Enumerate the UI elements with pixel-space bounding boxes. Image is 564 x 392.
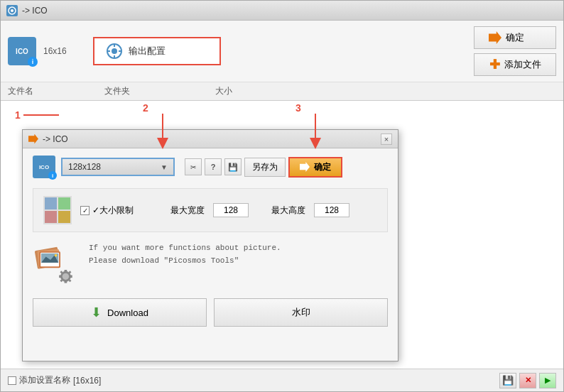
bottom-buttons: 💾 ✕ ▶ [499, 373, 556, 388]
svg-rect-23 [65, 270, 67, 273]
confirm-main-button[interactable]: 确定 [474, 26, 556, 49]
download-button[interactable]: ⬇ Download [33, 298, 207, 327]
preview-image [43, 196, 72, 224]
column-headers: 文件名 文件夹 大小 [1, 82, 563, 101]
modal-info-badge: i [48, 171, 57, 180]
modal-confirm-button[interactable]: 确定 [288, 157, 342, 178]
size-constraint-checkbox[interactable]: ✓ [80, 206, 90, 215]
bottom-checkbox[interactable] [8, 376, 16, 385]
svg-rect-12 [45, 211, 57, 223]
help-button[interactable]: ? [205, 158, 222, 175]
ico-thumbnail: ICO i [8, 37, 36, 65]
max-height-value: 128 [325, 205, 339, 215]
annotation-num-2: 2 [143, 102, 148, 114]
modal-row1: ICO i 128x128 ▼ ✂ ? 💾 [33, 156, 388, 178]
annotation-1: 1 [15, 108, 66, 122]
promo-line2: Please download "Picosmos Tools" [89, 255, 281, 268]
svg-rect-24 [65, 281, 67, 283]
watermark-label: 水印 [292, 306, 310, 319]
svg-point-22 [63, 273, 69, 280]
modal-action-buttons: ⬇ Download 水印 [33, 298, 388, 330]
save-as-button[interactable]: 另存为 [244, 158, 286, 177]
svg-rect-13 [58, 211, 70, 223]
dropdown-arrow-icon: ▼ [161, 163, 168, 171]
size-dropdown-value: 128x128 [68, 162, 101, 172]
bottom-bar: 添加设置名称 [16x16] 💾 ✕ ▶ [1, 369, 563, 391]
app-icon [6, 5, 18, 16]
modal-promo-row: If you want more functions about picture… [33, 242, 388, 288]
window-title: -> ICO [22, 6, 48, 16]
svg-rect-25 [59, 275, 62, 278]
download-label: Download [107, 307, 148, 318]
max-width-label: 最大宽度 [170, 205, 205, 217]
save-as-label: 另存为 [252, 161, 278, 173]
bottom-delete-button[interactable]: ✕ [519, 373, 536, 388]
size-dropdown[interactable]: 128x128 ▼ [61, 158, 175, 176]
arrow-1-svg [23, 108, 66, 122]
col-filesize: 大小 [215, 85, 232, 97]
main-window: -> ICO ICO i 16x16 输出配置 确定 [0, 0, 564, 392]
svg-point-3 [112, 48, 117, 54]
plus-icon: ✚ [489, 59, 500, 70]
title-bar: -> ICO [1, 1, 563, 21]
modal-content-area: ICO i 128x128 ▼ ✂ ? 💾 [23, 148, 398, 337]
save-button[interactable]: 💾 [224, 158, 242, 175]
download-icon: ⬇ [91, 305, 102, 320]
svg-rect-26 [70, 275, 72, 278]
col-filepath: 文件夹 [104, 85, 130, 97]
modal-title-icon [28, 134, 38, 144]
size-display: 16x16 [43, 46, 86, 56]
bottom-add-setting: 添加设置名称 [19, 374, 70, 386]
promo-line1: If you want more functions about picture… [89, 242, 281, 255]
arrow-icon [489, 31, 501, 44]
confirm-arrow-icon [300, 162, 310, 172]
bottom-size-hint: [16x16] [73, 376, 101, 386]
modal-dialog: -> ICO × ICO i 128x128 ▼ [22, 129, 398, 361]
annotation-num-1: 1 [15, 109, 21, 121]
col-filename: 文件名 [8, 85, 33, 97]
modal-button-group: ✂ ? 💾 另存为 确定 [185, 157, 342, 178]
max-height-input[interactable]: 128 [314, 203, 349, 217]
toolbar-right: 确定 ✚ 添加文件 [474, 26, 556, 76]
max-width-input[interactable]: 128 [213, 203, 249, 217]
svg-point-20 [55, 254, 58, 257]
size-constraint-text: ✓大小限制 [92, 205, 134, 217]
annotation-num-3: 3 [295, 102, 301, 114]
output-config-icon [106, 43, 123, 60]
bottom-status: 添加设置名称 [16x16] [8, 374, 101, 386]
bottom-run-button[interactable]: ▶ [539, 373, 556, 388]
toolbar: ICO i 16x16 输出配置 确定 ✚ 添加文件 [1, 21, 563, 82]
picosmos-tools-icon [33, 242, 79, 288]
modal-close-button[interactable]: × [381, 134, 392, 145]
add-file-button[interactable]: ✚ 添加文件 [474, 53, 556, 76]
modal-title-text: -> ICO [43, 134, 376, 144]
modal-confirm-label: 确定 [314, 161, 331, 173]
output-config-box[interactable]: 输出配置 [93, 37, 221, 65]
max-height-label: 最大高度 [271, 205, 305, 217]
main-content: 1 -> ICO × ICO i [1, 101, 563, 369]
modal-ico-icon: ICO i [33, 156, 55, 178]
svg-point-1 [11, 9, 13, 12]
max-width-value: 128 [224, 205, 238, 215]
promo-text: If you want more functions about picture… [89, 242, 281, 267]
modal-size-constraints: ✓ ✓大小限制 最大宽度 128 最大高度 128 [33, 188, 388, 232]
modal-title-bar: -> ICO × [23, 130, 398, 148]
bottom-save-button[interactable]: 💾 [499, 373, 516, 388]
ico-info-badge: i [28, 57, 38, 67]
preview-thumbnail [43, 196, 72, 224]
svg-rect-10 [45, 197, 57, 209]
confirm-main-label: 确定 [506, 31, 524, 44]
size-constraint-checkbox-label[interactable]: ✓ ✓大小限制 [80, 205, 134, 217]
add-file-label: 添加文件 [504, 58, 541, 71]
cut-button[interactable]: ✂ [185, 158, 202, 175]
svg-rect-11 [58, 197, 70, 209]
watermark-button[interactable]: 水印 [214, 298, 388, 327]
output-config-label: 输出配置 [129, 45, 166, 58]
